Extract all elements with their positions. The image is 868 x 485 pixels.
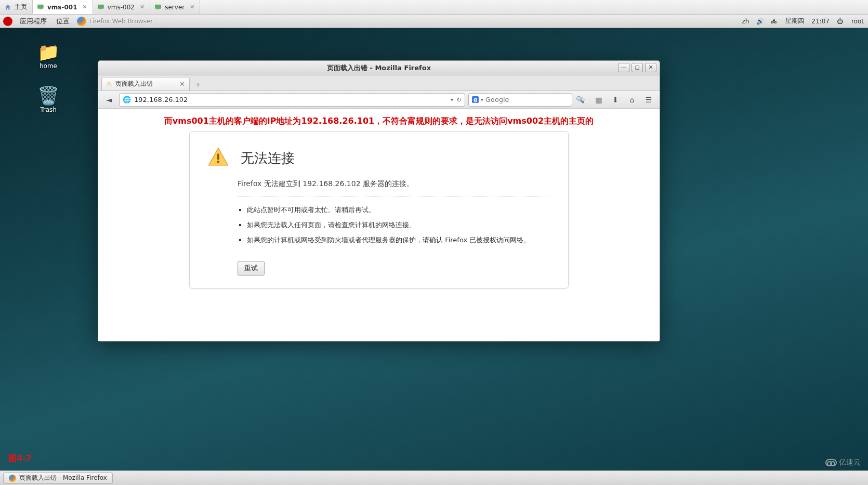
window-title: 页面载入出错 - Mozilla Firefox	[327, 63, 431, 73]
warning-triangle-icon	[207, 146, 229, 170]
desktop-trash-icon[interactable]: 🗑️ Trash	[30, 85, 67, 113]
menu-places[interactable]: 位置	[52, 17, 74, 26]
downloads-button[interactable]: ⬇	[609, 93, 622, 107]
distro-icon	[3, 17, 12, 26]
power-icon[interactable]: ⏻	[837, 18, 844, 25]
vm-tab-label: vms-001	[47, 4, 77, 11]
bookmark-button[interactable]: ☆	[575, 93, 589, 107]
svg-rect-4	[155, 5, 161, 8]
watermark-text: 亿速云	[839, 458, 861, 467]
retry-button[interactable]: 重试	[238, 261, 265, 276]
svg-rect-5	[157, 8, 159, 9]
browser-tab[interactable]: ⚠ 页面载入出错 ✕	[101, 77, 190, 90]
desktop-icon-label: Trash	[40, 106, 57, 113]
error-suggestion: 如果您的计算机或网络受到防火墙或者代理服务器的保护，请确认 Firefox 已被…	[247, 235, 550, 246]
close-icon[interactable]: ✕	[190, 4, 194, 10]
window-minimize-button[interactable]: —	[618, 63, 629, 72]
search-bar[interactable]: g▾ 🔍	[468, 93, 572, 107]
error-card: 无法连接 Firefox 无法建立到 192.168.26.102 服务器的连接…	[189, 131, 569, 289]
home-button[interactable]: ⌂	[625, 93, 639, 107]
svg-rect-1	[40, 8, 42, 9]
browser-content: 而vms001主机的客户端的IP地址为192.168.26.101，不符合富规则…	[98, 109, 660, 341]
vm-tab-home[interactable]: 主页	[0, 0, 33, 14]
error-title: 无法连接	[241, 149, 295, 167]
trash-icon: 🗑️	[30, 85, 67, 106]
lang-indicator[interactable]: zh	[742, 18, 749, 25]
window-close-button[interactable]: ✕	[645, 63, 656, 72]
error-subtitle: Firefox 无法建立到 192.168.26.102 服务器的连接。	[238, 179, 550, 189]
tab-close-icon[interactable]: ✕	[179, 80, 185, 88]
menu-applications[interactable]: 应用程序	[16, 17, 51, 26]
svg-rect-0	[38, 5, 44, 8]
clock-time: 21:07	[811, 18, 830, 25]
figure-label: 图4-7	[8, 453, 32, 464]
desktop-icon-label: home	[40, 62, 57, 70]
home-icon	[4, 4, 11, 11]
watermark-icon	[825, 459, 837, 466]
taskbar-app-button[interactable]: 页面载入出错 - Mozilla Firefox	[3, 473, 113, 484]
vm-tab-label: vms-002	[108, 4, 135, 11]
firefox-icon[interactable]	[77, 17, 86, 26]
url-input[interactable]	[134, 96, 448, 103]
error-suggestion-list: 此站点暂时不可用或者太忙。请稍后再试。 如果您无法载入任何页面，请检查您计算机的…	[238, 205, 550, 245]
close-icon[interactable]: ✕	[140, 4, 144, 10]
firefox-icon	[9, 475, 16, 482]
svg-rect-6	[217, 153, 219, 160]
active-app-label: Firefox Web Browser	[89, 18, 153, 25]
folder-icon: 📁	[30, 42, 67, 62]
watermark: 亿速云	[825, 458, 861, 467]
divider	[238, 196, 550, 196]
svg-rect-3	[100, 8, 102, 9]
chevron-down-icon[interactable]: ▾	[451, 97, 453, 102]
warning-icon: ⚠	[106, 80, 112, 88]
vm-tab-label: server	[165, 4, 185, 11]
error-suggestion: 如果您无法载入任何页面，请检查您计算机的网络连接。	[247, 220, 550, 231]
back-button[interactable]: ◄	[102, 93, 116, 107]
browser-toolbar: ◄ 🌐 ▾ ↻ g▾ 🔍 ☆ ▥ ⬇ ⌂ ☰	[98, 91, 660, 109]
taskbar: 页面载入出错 - Mozilla Firefox	[0, 470, 868, 485]
window-maximize-button[interactable]: ◻	[632, 63, 643, 72]
user-label[interactable]: root	[851, 18, 864, 25]
vm-tab-vms001[interactable]: vms-001 ✕	[33, 0, 93, 14]
vm-tab-vms002[interactable]: vms-002 ✕	[93, 0, 151, 14]
svg-rect-2	[98, 5, 103, 8]
svg-point-7	[217, 161, 220, 163]
firefox-window: 页面载入出错 - Mozilla Firefox — ◻ ✕ ⚠ 页面载入出错 …	[98, 60, 660, 342]
vm-tab-server[interactable]: server ✕	[150, 0, 200, 14]
close-icon[interactable]: ✕	[83, 4, 87, 10]
error-suggestion: 此站点暂时不可用或者太忙。请稍后再试。	[247, 205, 550, 216]
browser-tab-label: 页面载入出错	[115, 80, 153, 88]
menu-button[interactable]: ☰	[642, 93, 655, 107]
new-tab-button[interactable]: ＋	[192, 79, 204, 90]
network-icon[interactable]: 🖧	[771, 18, 778, 25]
taskbar-app-label: 页面载入出错 - Mozilla Firefox	[19, 474, 107, 482]
clock-day: 星期四	[785, 17, 804, 25]
vm-tab-strip: 主页 vms-001 ✕ vms-002 ✕ server ✕	[0, 0, 868, 15]
globe-icon: 🌐	[123, 96, 131, 103]
search-input[interactable]	[485, 96, 574, 103]
window-titlebar[interactable]: 页面载入出错 - Mozilla Firefox — ◻ ✕	[98, 61, 660, 75]
gnome-menubar: 应用程序 位置 Firefox Web Browser zh 🔊 🖧 星期四 2…	[0, 15, 868, 28]
url-bar[interactable]: 🌐 ▾ ↻	[119, 93, 465, 107]
browser-tab-strip: ⚠ 页面载入出错 ✕ ＋	[98, 75, 660, 91]
monitor-icon	[154, 4, 162, 11]
library-button[interactable]: ▥	[592, 93, 606, 107]
reload-icon[interactable]: ↻	[456, 96, 462, 103]
chevron-down-icon[interactable]: ▾	[481, 97, 483, 102]
monitor-icon	[97, 4, 104, 11]
desktop: 📁 home 🗑️ Trash 页面载入出错 - Mozilla Firefox…	[0, 28, 868, 470]
monitor-icon	[37, 4, 44, 11]
annotation-text: 而vms001主机的客户端的IP地址为192.168.26.101，不符合富规则…	[109, 116, 649, 127]
google-icon: g	[472, 96, 479, 103]
desktop-home-icon[interactable]: 📁 home	[30, 42, 67, 70]
vm-tab-label: 主页	[15, 3, 27, 11]
volume-icon[interactable]: 🔊	[756, 18, 764, 25]
